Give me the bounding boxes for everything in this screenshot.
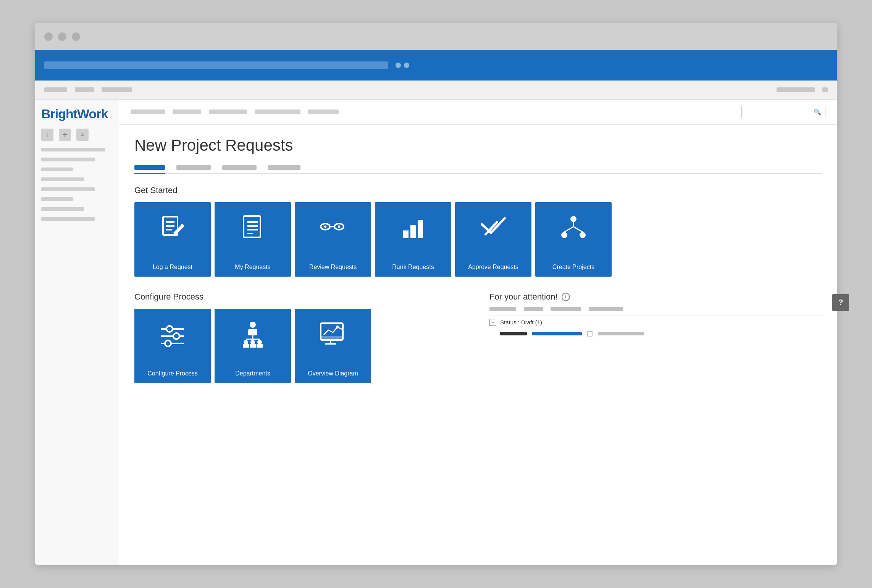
attention-columns [489, 307, 822, 311]
top-nav-item-1[interactable] [131, 110, 165, 114]
svg-point-29 [173, 333, 179, 339]
tile-overview-diagram[interactable]: Overview Diagram [295, 309, 371, 383]
configure-process-tiles: Configure Process [134, 309, 467, 383]
top-nav-item-2[interactable] [173, 110, 201, 114]
upload-icon[interactable]: ↑ [41, 129, 53, 141]
approve-requests-icon [478, 213, 509, 243]
address-bar[interactable] [44, 61, 388, 69]
attention-title: For your attention! [489, 292, 558, 302]
search-icon: 🔍 [814, 108, 821, 116]
move-icon[interactable]: ✛ [59, 129, 71, 141]
top-nav: 🔍 [119, 100, 837, 125]
sidebar-nav-7 [41, 207, 84, 211]
svg-point-12 [338, 226, 340, 228]
sidebar: BrightWork ↑ ✛ ≡ [35, 100, 119, 565]
overview-diagram-icon [318, 319, 348, 350]
tile-review-requests[interactable]: Review Requests [295, 202, 371, 277]
configure-process-title: Configure Process [134, 292, 467, 302]
browser-dot-1 [44, 32, 53, 41]
attention-col-1 [489, 307, 516, 311]
attention-info-icon: i [562, 293, 570, 301]
status-sub-bar-2 [532, 332, 582, 335]
svg-point-22 [580, 232, 586, 238]
attention-col-4 [589, 307, 623, 311]
review-requests-icon [318, 213, 348, 243]
nav-bar-2 [75, 87, 94, 92]
tile-configure-process[interactable]: Configure Process [134, 309, 211, 383]
browser-titlebar [35, 23, 837, 50]
tab-1[interactable] [176, 162, 211, 173]
tile-create-projects[interactable]: Create Projects [535, 202, 612, 277]
tabs-row [134, 162, 822, 174]
nav-bar-5 [822, 87, 828, 92]
log-request-icon [157, 213, 188, 243]
tile-rank-requests-label: Rank Requests [392, 264, 434, 271]
tile-departments-label: Departments [235, 370, 270, 377]
sidebar-nav-4 [41, 177, 84, 181]
status-sub-bar-1 [500, 332, 527, 335]
nav-bar-4 [777, 87, 815, 92]
search-box[interactable]: 🔍 [741, 106, 825, 118]
configure-process-section: Configure Process [134, 292, 467, 398]
sidebar-nav-3 [41, 168, 73, 171]
get-started-section: Get Started Log [134, 185, 822, 277]
attention-section: For your attention! i − Status : Draft (… [489, 292, 822, 398]
sidebar-toolbar: ↑ ✛ ≡ [41, 129, 113, 141]
top-nav-item-4[interactable] [255, 110, 300, 114]
attention-col-2 [524, 307, 543, 311]
svg-point-10 [324, 226, 326, 228]
toolbar-dots [396, 63, 409, 68]
svg-point-27 [166, 326, 173, 332]
tile-departments[interactable]: Departments [215, 309, 291, 383]
browser-dot-3 [72, 32, 80, 41]
svg-rect-40 [250, 344, 256, 348]
my-requests-icon [237, 213, 268, 243]
tile-my-requests[interactable]: My Requests [215, 202, 291, 277]
logo: BrightWork [41, 107, 113, 120]
tile-log-request[interactable]: Log a Request [134, 202, 211, 277]
configure-process-icon [157, 319, 188, 350]
tile-approve-requests[interactable]: Approve Requests [455, 202, 531, 277]
toolbar-dot-2 [404, 63, 409, 68]
tab-2[interactable] [222, 162, 257, 173]
tile-log-request-label: Log a Request [153, 264, 192, 271]
rank-requests-icon [398, 213, 428, 243]
browser-window: BrightWork ↑ ✛ ≡ [35, 23, 837, 565]
svg-point-32 [250, 322, 256, 328]
tab-3[interactable] [268, 162, 300, 173]
svg-point-20 [570, 216, 576, 222]
status-text: Status : Draft (1) [500, 319, 542, 325]
status-row: − Status : Draft (1) [489, 316, 822, 329]
svg-rect-41 [257, 344, 263, 348]
attention-header: For your attention! i [489, 292, 822, 302]
browser-toolbar [35, 50, 837, 81]
list-icon[interactable]: ≡ [76, 129, 89, 141]
departments-icon [237, 319, 268, 350]
get-started-title: Get Started [134, 185, 822, 195]
svg-rect-39 [243, 344, 249, 348]
status-sub-dot [587, 331, 593, 337]
tile-my-requests-label: My Requests [235, 264, 270, 271]
browser-nav [35, 81, 837, 100]
sidebar-nav-1 [41, 148, 105, 151]
help-button[interactable]: ? [832, 294, 849, 311]
svg-point-31 [165, 340, 171, 346]
svg-line-25 [573, 227, 583, 232]
browser-dot-2 [58, 32, 66, 41]
tile-rank-requests[interactable]: Rank Requests [375, 202, 451, 277]
page-body: New Project Requests [119, 125, 837, 565]
svg-rect-15 [410, 225, 416, 238]
search-input[interactable] [746, 109, 814, 115]
top-nav-item-3[interactable] [209, 110, 247, 114]
toolbar-dot-1 [396, 63, 401, 68]
app-container: BrightWork ↑ ✛ ≡ [35, 100, 837, 565]
tab-0[interactable] [134, 162, 165, 174]
status-expand-button[interactable]: − [489, 319, 496, 326]
create-projects-icon [558, 213, 589, 243]
top-nav-item-5[interactable] [308, 110, 339, 114]
sidebar-nav-6 [41, 197, 73, 201]
bottom-row: Configure Process [134, 292, 822, 398]
get-started-tiles: Log a Request My Requests [134, 202, 822, 277]
page-title: New Project Requests [134, 136, 822, 155]
tile-review-requests-label: Review Requests [309, 264, 357, 271]
